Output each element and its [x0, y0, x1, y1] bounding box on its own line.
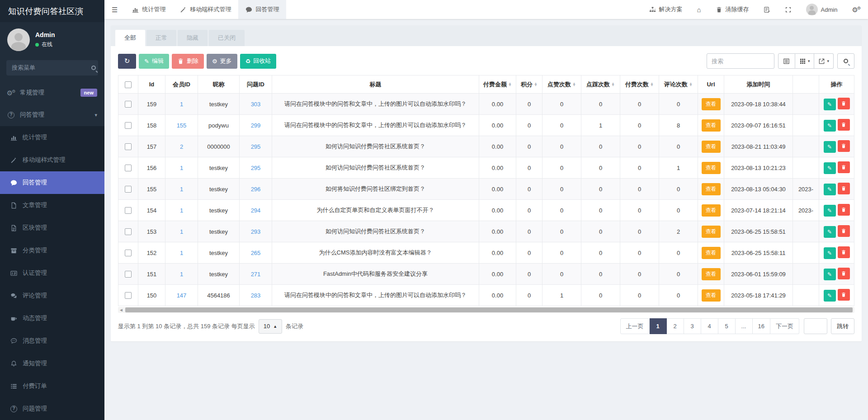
view-url-badge[interactable]: 查看	[702, 183, 721, 195]
member-id-link[interactable]: 147	[177, 292, 187, 299]
member-id-link[interactable]: 2	[180, 143, 183, 150]
tab-all[interactable]: 全部	[115, 30, 145, 46]
member-id-link[interactable]: 1	[180, 101, 183, 108]
row-delete-button[interactable]	[838, 268, 850, 279]
row-delete-button[interactable]	[838, 246, 850, 258]
question-id-link[interactable]: 295	[251, 143, 261, 150]
question-id-link[interactable]: 294	[251, 207, 261, 214]
view-url-badge[interactable]: 查看	[702, 119, 721, 132]
page-button-5[interactable]: 5	[718, 318, 736, 334]
sidebar-item-articles[interactable]: 文章管理	[0, 194, 104, 217]
sidebar-item-comments[interactable]: 评论管理	[0, 284, 104, 307]
columns-button[interactable]: ▾	[795, 53, 815, 69]
view-url-badge[interactable]: 查看	[702, 247, 721, 259]
page-size-select[interactable]: 10▲	[259, 319, 282, 334]
row-edit-button[interactable]: ✎	[824, 205, 836, 217]
row-delete-button[interactable]	[838, 225, 850, 237]
row-delete-button[interactable]	[838, 98, 850, 109]
sidebar-item-notifications[interactable]: 通知管理	[0, 352, 104, 375]
col-pays[interactable]: 付费次数▲▼	[620, 76, 659, 94]
member-id-link[interactable]: 1	[180, 165, 183, 171]
user-menu[interactable]: Admin	[799, 0, 845, 19]
question-id-link[interactable]: 293	[251, 228, 261, 235]
col-comments[interactable]: 评论次数▲▼	[659, 76, 698, 94]
sidebar-item-questions[interactable]: ? 问题管理	[0, 397, 104, 420]
row-checkbox[interactable]	[125, 271, 132, 278]
tab-hidden[interactable]: 隐藏	[178, 30, 208, 46]
row-delete-button[interactable]	[838, 119, 850, 131]
solution-link[interactable]: 解决方案	[642, 0, 690, 19]
tab-closed[interactable]: 已关闭	[209, 30, 245, 46]
row-checkbox[interactable]	[125, 101, 132, 108]
col-dislikes[interactable]: 点踩次数▲▼	[581, 76, 620, 94]
view-url-badge[interactable]: 查看	[702, 141, 721, 153]
table-search-input[interactable]	[707, 53, 774, 69]
question-id-link[interactable]: 283	[251, 292, 261, 299]
row-checkbox[interactable]	[125, 207, 132, 214]
tab-normal[interactable]: 正常	[146, 30, 176, 46]
sidebar-item-mobile-style[interactable]: 移动端样式管理	[0, 149, 104, 171]
question-id-link[interactable]: 299	[251, 122, 261, 129]
member-id-link[interactable]: 1	[180, 207, 183, 214]
row-edit-button[interactable]: ✎	[824, 120, 836, 132]
next-page-button[interactable]: 下一页	[770, 318, 799, 334]
row-checkbox[interactable]	[125, 250, 132, 256]
fullscreen-button[interactable]	[778, 0, 799, 19]
view-url-badge[interactable]: 查看	[702, 226, 721, 238]
question-id-link[interactable]: 296	[251, 186, 261, 193]
sidebar-item-stats[interactable]: 统计管理	[0, 126, 104, 149]
page-button-1[interactable]: 1	[650, 318, 667, 334]
question-id-link[interactable]: 265	[251, 250, 261, 256]
view-url-badge[interactable]: 查看	[702, 289, 721, 302]
jump-page-input[interactable]	[804, 318, 827, 334]
sidebar-item-blocks[interactable]: 区块管理	[0, 217, 104, 239]
sidebar-item-qa[interactable]: ? 问答管理 ▾	[0, 104, 104, 126]
member-id-link[interactable]: 1	[180, 186, 183, 193]
edit-button[interactable]: ✎编辑	[139, 54, 169, 69]
row-edit-button[interactable]: ✎	[824, 99, 836, 110]
delete-button[interactable]: 删除	[172, 54, 204, 69]
menu-search-input[interactable]	[12, 64, 91, 71]
view-url-badge[interactable]: 查看	[702, 268, 721, 280]
view-url-badge[interactable]: 查看	[702, 162, 721, 174]
question-id-link[interactable]: 303	[251, 101, 261, 108]
row-checkbox[interactable]	[125, 186, 132, 193]
more-button[interactable]: ⚙更多	[207, 54, 237, 69]
row-checkbox[interactable]	[125, 165, 132, 171]
row-checkbox[interactable]	[125, 143, 132, 150]
sidebar-item-certification[interactable]: 认证管理	[0, 262, 104, 284]
col-score[interactable]: 积分▲▼	[516, 76, 542, 94]
row-edit-button[interactable]: ✎	[824, 269, 836, 280]
settings-button[interactable]: ⚙⚙	[844, 0, 868, 19]
row-edit-button[interactable]: ✎	[824, 290, 836, 302]
member-id-link[interactable]: 1	[180, 250, 183, 256]
question-id-link[interactable]: 271	[251, 271, 261, 278]
select-all-checkbox[interactable]	[125, 81, 132, 88]
toggle-view-button[interactable]	[778, 53, 795, 69]
prev-page-button[interactable]: 上一页	[620, 318, 650, 334]
col-likes[interactable]: 点赞次数▲▼	[542, 76, 581, 94]
jump-button[interactable]: 跳转	[831, 318, 854, 334]
clear-cache-button[interactable]: 清除缓存	[708, 0, 756, 19]
row-edit-button[interactable]: ✎	[824, 162, 836, 174]
topnav-tab-stats[interactable]: 统计管理	[125, 0, 173, 19]
topnav-tab-answers[interactable]: 回答管理	[238, 0, 286, 19]
sidebar-toggle[interactable]: ☰	[104, 0, 125, 19]
row-edit-button[interactable]: ✎	[824, 184, 836, 195]
row-edit-button[interactable]: ✎	[824, 226, 836, 238]
row-delete-button[interactable]	[838, 161, 850, 173]
row-checkbox[interactable]	[125, 292, 132, 299]
row-delete-button[interactable]	[838, 289, 850, 301]
topnav-tab-mobile-style[interactable]: 移动端样式管理	[173, 0, 238, 19]
view-url-badge[interactable]: 查看	[702, 204, 721, 217]
avatar[interactable]	[7, 28, 30, 51]
page-button-4[interactable]: 4	[701, 318, 718, 334]
home-button[interactable]: ⌂	[690, 0, 708, 19]
search-button[interactable]	[837, 53, 854, 69]
row-checkbox[interactable]	[125, 228, 132, 235]
scrollbar-thumb[interactable]	[125, 307, 853, 312]
row-checkbox[interactable]	[125, 122, 132, 129]
page-button-2[interactable]: 2	[667, 318, 684, 334]
col-amount[interactable]: 付费金额▲▼	[479, 76, 516, 94]
member-id-link[interactable]: 1	[180, 271, 183, 278]
